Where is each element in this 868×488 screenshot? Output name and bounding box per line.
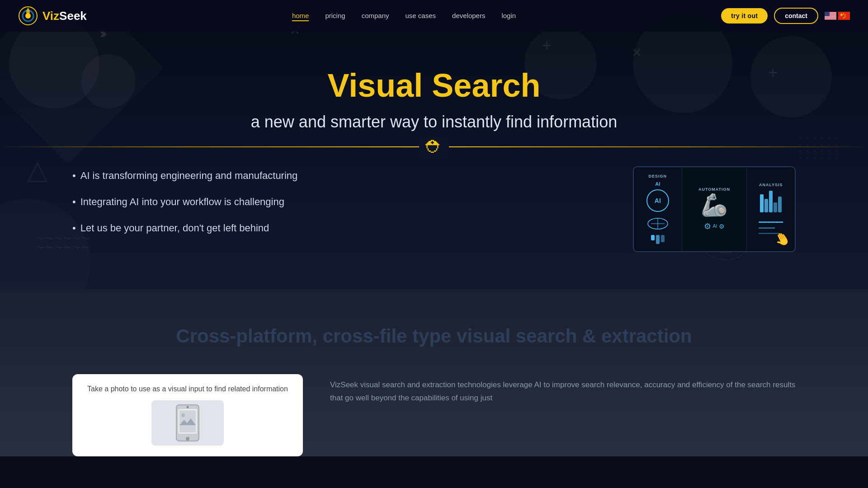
- language-selector[interactable]: ★ ★ ★ ★ ★: [825, 12, 850, 20]
- svg-point-27: [187, 406, 189, 408]
- svg-point-26: [186, 437, 189, 441]
- design-visual: [646, 215, 669, 230]
- hero-bullets-list: AI is transforming engineering and manuf…: [72, 170, 353, 249]
- nav-item-pricing[interactable]: pricing: [325, 12, 345, 20]
- section-description: VizSeek visual search and extraction tec…: [330, 374, 796, 405]
- logo[interactable]: VizSeek: [18, 6, 87, 26]
- nav-link-developers[interactable]: developers: [452, 12, 485, 19]
- crossplatform-section: Cross-platform, cross-file type visual s…: [0, 289, 868, 456]
- hero-content: Visual Search a new and smarter way to i…: [0, 32, 868, 133]
- hero-bullet-1: AI is transforming engineering and manuf…: [72, 170, 353, 182]
- automation-gear: ⚙ AI ⚙: [704, 221, 725, 231]
- nav-link-login[interactable]: login: [501, 12, 516, 19]
- hero-title: Visual Search: [0, 68, 868, 103]
- nav-item-company[interactable]: company: [362, 12, 389, 20]
- logo-text: VizSeek: [42, 9, 87, 23]
- hero-image-container: DESIGN AI AI: [633, 166, 796, 252]
- ai-panels: DESIGN AI AI: [634, 167, 795, 251]
- svg-rect-9: [825, 19, 836, 19]
- svg-rect-28: [179, 410, 196, 432]
- section-description-text: VizSeek visual search and extraction tec…: [330, 379, 796, 405]
- ai-panel-design-label: DESIGN: [649, 174, 667, 178]
- ai-panel-automation-label: AUTOMATION: [698, 187, 730, 192]
- nav-item-developers[interactable]: developers: [452, 12, 485, 20]
- ai-panel-analysis: ANALYSIS ▬▬▬▬▬▬ ▬▬▬▬ ▬▬▬▬▬: [747, 167, 795, 251]
- try-it-out-button[interactable]: try it out: [721, 8, 768, 23]
- nav-item-login[interactable]: login: [501, 12, 516, 20]
- ai-panel-design: DESIGN AI AI: [634, 167, 682, 251]
- svg-rect-8: [825, 17, 836, 18]
- section-content: Take a photo to use as a visual input to…: [0, 374, 868, 456]
- svg-rect-7: [825, 16, 836, 17]
- hero-ai-image: DESIGN AI AI: [633, 166, 796, 252]
- phone-icon: [172, 403, 203, 443]
- nav-links: home pricing company use cases developer…: [292, 12, 516, 20]
- hero-subtitle: a new and smarter way to instantly find …: [0, 112, 868, 133]
- nav-link-use-cases[interactable]: use cases: [406, 12, 436, 19]
- photo-card: Take a photo to use as a visual input to…: [72, 374, 303, 456]
- ai-panel-automation: AUTOMATION 🦾 ⚙ AI ⚙: [682, 167, 747, 251]
- contact-button[interactable]: contact: [774, 8, 818, 24]
- logo-icon: [18, 6, 38, 26]
- nav-item-use-cases[interactable]: use cases: [406, 12, 436, 20]
- ai-circle-design: AI: [646, 189, 669, 212]
- nav-right: try it out contact ★ ★ ★ ★ ★: [721, 8, 850, 24]
- hero-bullet-3: Let us be your partner, don't get left b…: [72, 222, 353, 234]
- photo-card-label: Take a photo to use as a visual input to…: [83, 385, 292, 393]
- design-bar-chart: [651, 235, 665, 244]
- svg-rect-10: [825, 12, 830, 16]
- hero-bullet-2: Integrating AI into your workflow is cha…: [72, 196, 353, 208]
- navbar: VizSeek home pricing company use cases d…: [0, 0, 868, 32]
- nav-link-home[interactable]: home: [292, 12, 309, 21]
- phone-placeholder: [151, 400, 224, 446]
- ai-panel-analysis-label: ANALYSIS: [759, 183, 783, 187]
- nav-link-company[interactable]: company: [362, 12, 389, 19]
- hero-section: ›› › ✕ ✕ + + △ 〜〜〜〜〜〜 〜〜〜〜〜〜 •••••• ••••…: [0, 0, 868, 289]
- cn-flag-icon[interactable]: ★ ★ ★ ★ ★: [838, 12, 850, 20]
- nav-link-pricing[interactable]: pricing: [325, 12, 345, 19]
- robot-arm-icon: 🦾: [701, 194, 728, 216]
- nav-item-home[interactable]: home: [292, 12, 309, 20]
- us-flag-icon[interactable]: [825, 12, 836, 20]
- svg-point-29: [181, 413, 185, 417]
- ai-panel-design-sublabel: AI: [655, 181, 660, 187]
- hero-body: AI is transforming engineering and manuf…: [0, 148, 868, 279]
- analysis-bars: [760, 190, 782, 212]
- section-crossplatform-title: Cross-platform, cross-file type visual s…: [0, 325, 868, 347]
